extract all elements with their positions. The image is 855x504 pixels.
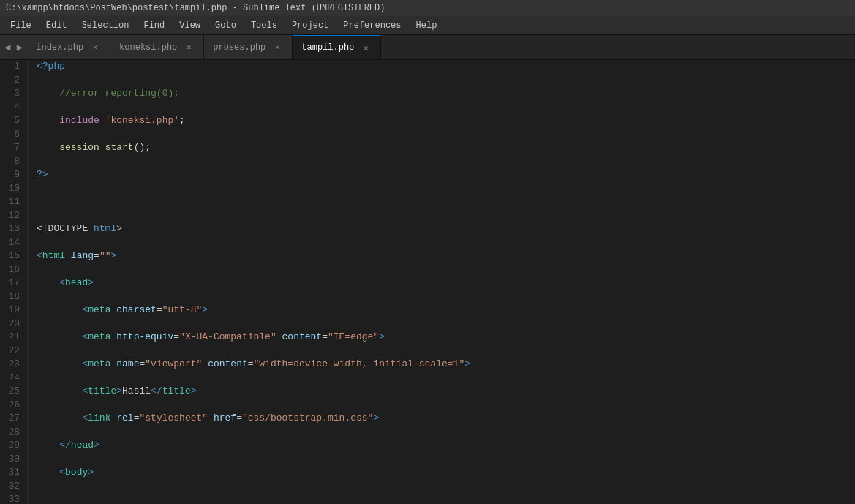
tab-tampil-php[interactable]: tampil.php ✕ <box>293 35 381 59</box>
tab-close-icon[interactable]: ✕ <box>360 42 372 53</box>
menu-goto[interactable]: Goto <box>208 18 244 34</box>
title-text: C:\xampp\htdocs\PostWeb\postest\tampil.p… <box>6 3 385 13</box>
tab-label: index.php <box>36 42 83 53</box>
tab-label: tampil.php <box>301 42 354 53</box>
tab-close-icon[interactable]: ✕ <box>183 42 195 53</box>
tab-proses-php[interactable]: proses.php ✕ <box>204 35 293 59</box>
nav-arrows[interactable]: ◀ ▶ <box>0 35 27 59</box>
editor: 1234567891011121314151617181920212223242… <box>0 60 855 504</box>
menu-selection[interactable]: Selection <box>75 18 137 34</box>
menu-preferences[interactable]: Preferences <box>336 18 408 34</box>
tab-bar: ◀ ▶ index.php ✕ koneksi.php ✕ proses.php… <box>0 35 855 60</box>
menu-view[interactable]: View <box>172 18 208 34</box>
menu-find[interactable]: Find <box>136 18 172 34</box>
menu-file[interactable]: File <box>3 18 39 34</box>
menu-project[interactable]: Project <box>285 18 336 34</box>
code-area[interactable]: <?php //error_reporting(0); include 'kon… <box>28 60 855 504</box>
tab-close-icon[interactable]: ✕ <box>271 42 283 53</box>
tab-label: koneksi.php <box>119 42 177 53</box>
menu-tools[interactable]: Tools <box>244 18 285 34</box>
menu-edit[interactable]: Edit <box>39 18 75 34</box>
tab-index-php[interactable]: index.php ✕ <box>27 35 110 59</box>
menu-bar: File Edit Selection Find View Goto Tools… <box>0 16 855 35</box>
line-numbers: 1234567891011121314151617181920212223242… <box>0 60 28 504</box>
tab-close-icon[interactable]: ✕ <box>89 42 101 53</box>
title-bar: C:\xampp\htdocs\PostWeb\postest\tampil.p… <box>0 0 855 16</box>
menu-help[interactable]: Help <box>409 18 445 34</box>
tab-koneksi-php[interactable]: koneksi.php ✕ <box>110 35 204 59</box>
tab-label: proses.php <box>213 42 265 53</box>
